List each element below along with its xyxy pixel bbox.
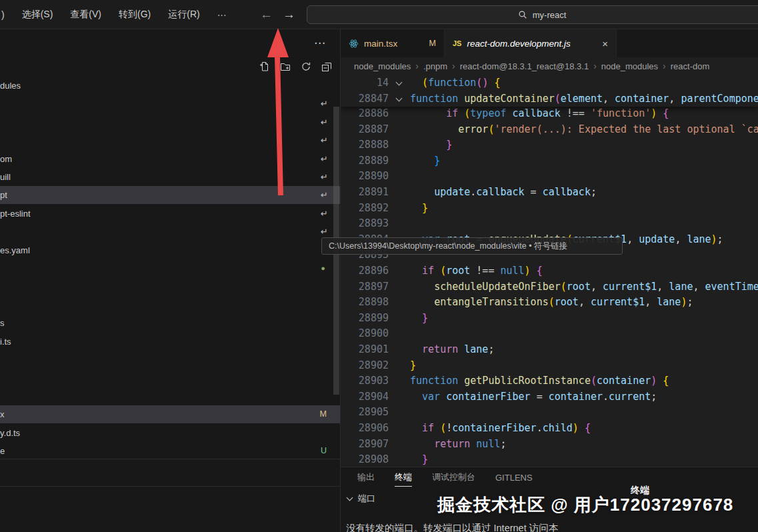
- explorer-row-pt-eslint[interactable]: pt-eslint↵: [0, 205, 340, 223]
- explorer-row[interactable]: ↵: [0, 131, 340, 149]
- code-line-28908[interactable]: 28908 }: [341, 452, 758, 467]
- more-actions-icon[interactable]: ⋯: [314, 36, 327, 50]
- menu-item-5[interactable]: ···: [217, 9, 227, 20]
- line-number: 28892: [341, 201, 389, 217]
- code-line-28891[interactable]: 28891 update.callback = callback;: [341, 185, 758, 201]
- code-line-28896[interactable]: 28896 if (root !== null) {: [341, 263, 758, 279]
- explorer-row-i.ts[interactable]: i.ts: [0, 333, 340, 351]
- new-file-icon[interactable]: [259, 61, 270, 72]
- explorer-row-pt[interactable]: pt↵: [0, 186, 340, 204]
- code-line-28899[interactable]: 28899 }: [341, 311, 758, 327]
- code-text: }: [410, 201, 428, 217]
- code-line-28897[interactable]: 28897 scheduleUpdateOnFiber(root, curren…: [341, 279, 758, 295]
- explorer-row-es.yaml[interactable]: es.yaml: [0, 241, 340, 259]
- code-line-28892[interactable]: 28892 }: [341, 201, 758, 217]
- explorer-row-dules[interactable]: dules: [0, 77, 340, 95]
- code-line-28905[interactable]: 28905: [341, 405, 758, 421]
- collapse-all-icon[interactable]: [321, 61, 332, 72]
- code-text: error('render(...): Expected the last op…: [410, 122, 758, 138]
- panel-tab-GITLENS[interactable]: GITLENS: [495, 473, 533, 483]
- code-line-28888[interactable]: 28888 }: [341, 137, 758, 153]
- explorer-row[interactable]: [0, 369, 340, 387]
- panel-tab-终端[interactable]: 终端: [395, 471, 412, 483]
- code-text: function updateContainer(element, contai…: [410, 91, 758, 107]
- vscode-window: )选择(S)查看(V)转到(G)运行(R)··· ← → my-react ⋯ …: [0, 0, 758, 532]
- file-name: dules: [0, 77, 21, 95]
- breadcrumb-item[interactable]: .pnpm: [423, 61, 447, 71]
- code-line-28901[interactable]: 28901 return lane;: [341, 342, 758, 358]
- panel-tab-输出[interactable]: 输出: [357, 471, 375, 483]
- code-line-28898[interactable]: 28898 entangleTransitions(root, current$…: [341, 295, 758, 311]
- explorer-row[interactable]: ↵: [0, 113, 340, 131]
- code-line-28907[interactable]: 28907 return null;: [341, 437, 758, 453]
- code-line-28893[interactable]: 28893: [341, 216, 758, 232]
- menu-item-2[interactable]: 查看(V): [70, 9, 101, 21]
- explorer-row-om[interactable]: om↵: [0, 150, 340, 168]
- code-line-28889[interactable]: 28889 }: [341, 153, 758, 169]
- code-text: if (!containerFiber.child) {: [410, 421, 591, 437]
- explorer-row-x[interactable]: xM: [0, 405, 340, 423]
- symlink-arrow-icon: ↵: [321, 113, 328, 131]
- line-number: 28902: [341, 358, 389, 374]
- refresh-icon[interactable]: [301, 61, 311, 72]
- file-name: om: [0, 150, 12, 168]
- menu-item-1[interactable]: 选择(S): [22, 9, 53, 21]
- explorer-row-s[interactable]: s: [0, 314, 340, 332]
- title-bar: )选择(S)查看(V)转到(G)运行(R)··· ← → my-react: [0, 0, 758, 29]
- explorer-row[interactable]: [0, 296, 340, 314]
- tab-react-dom-development-js[interactable]: JS react-dom.development.js ×: [445, 29, 617, 57]
- explorer-row-y.d.ts[interactable]: y.d.ts: [0, 424, 340, 442]
- explorer-row-uill[interactable]: uill↵: [0, 168, 340, 186]
- symlink-arrow-icon: ↵: [321, 131, 328, 149]
- breadcrumb-item[interactable]: react-dom: [671, 61, 710, 71]
- breadcrumb-item[interactable]: node_modules: [601, 61, 658, 71]
- code-text: update.callback = callback;: [410, 185, 597, 201]
- file-name: pt: [0, 186, 7, 204]
- section-divider: [0, 486, 340, 487]
- new-folder-icon[interactable]: [280, 61, 291, 72]
- line-number: 28887: [341, 122, 389, 138]
- menu-item-0[interactable]: ): [1, 9, 5, 20]
- code-line-28904[interactable]: 28904 var containerFiber = container.cur…: [341, 389, 758, 405]
- line-number: 28905: [341, 405, 389, 421]
- menu-item-4[interactable]: 运行(R): [168, 9, 199, 21]
- explorer-row-e[interactable]: eU: [0, 442, 340, 460]
- code-line-28886[interactable]: 28886 if (typeof callback !== 'function'…: [341, 106, 758, 122]
- close-icon[interactable]: ×: [602, 38, 608, 49]
- explorer-row[interactable]: [0, 277, 340, 295]
- breadcrumb-item[interactable]: react-dom@18.3.1_react@18.3.1: [460, 61, 589, 71]
- line-number: 28908: [341, 452, 389, 467]
- code-line-28902[interactable]: 28902}: [341, 358, 758, 374]
- code-editor[interactable]: 28886 if (typeof callback !== 'function'…: [341, 75, 758, 467]
- chevron-down-icon[interactable]: [396, 79, 403, 86]
- nav-forward-button[interactable]: →: [283, 0, 295, 29]
- code-line-28906[interactable]: 28906 if (!containerFiber.child) {: [341, 421, 758, 437]
- code-line-28903[interactable]: 28903function getPublicRootInstance(cont…: [341, 373, 758, 389]
- sticky-line-28847[interactable]: 28847function updateContainer(element, c…: [341, 91, 758, 107]
- explorer-row[interactable]: ↵: [0, 223, 340, 241]
- breadcrumb-item[interactable]: node_modules: [354, 61, 411, 71]
- chevron-down-icon[interactable]: [396, 95, 403, 102]
- sticky-line-14[interactable]: 14 (function() {: [341, 75, 758, 91]
- code-line-28890[interactable]: 28890: [341, 169, 758, 185]
- search-value: my-react: [533, 10, 567, 20]
- tab-main-tsx[interactable]: main.tsx M: [341, 29, 445, 57]
- explorer-row[interactable]: ↵: [0, 95, 340, 113]
- menu-item-3[interactable]: 转到(G): [119, 9, 151, 21]
- explorer-row[interactable]: [0, 351, 340, 369]
- code-text: }: [410, 153, 440, 169]
- symlink-arrow-icon: ↵: [321, 186, 328, 204]
- ports-section-header[interactable]: 端口: [347, 493, 375, 505]
- sticky-scroll[interactable]: 14 (function() {28847function updateCont…: [341, 75, 758, 107]
- nav-back-button[interactable]: ←: [260, 0, 273, 29]
- arrow-right-icon: →: [283, 7, 295, 22]
- explorer-row[interactable]: [0, 387, 340, 405]
- git-status-badge: M: [320, 405, 327, 423]
- panel-tab-调试控制台[interactable]: 调试控制台: [432, 471, 475, 483]
- command-center-search[interactable]: my-react: [307, 5, 758, 24]
- code-line-28887[interactable]: 28887 error('render(...): Expected the l…: [341, 122, 758, 138]
- react-icon: [349, 39, 359, 49]
- explorer-row[interactable]: ●: [0, 259, 340, 277]
- code-line-28900[interactable]: 28900: [341, 326, 758, 342]
- breadcrumb-separator-icon: ›: [452, 61, 455, 71]
